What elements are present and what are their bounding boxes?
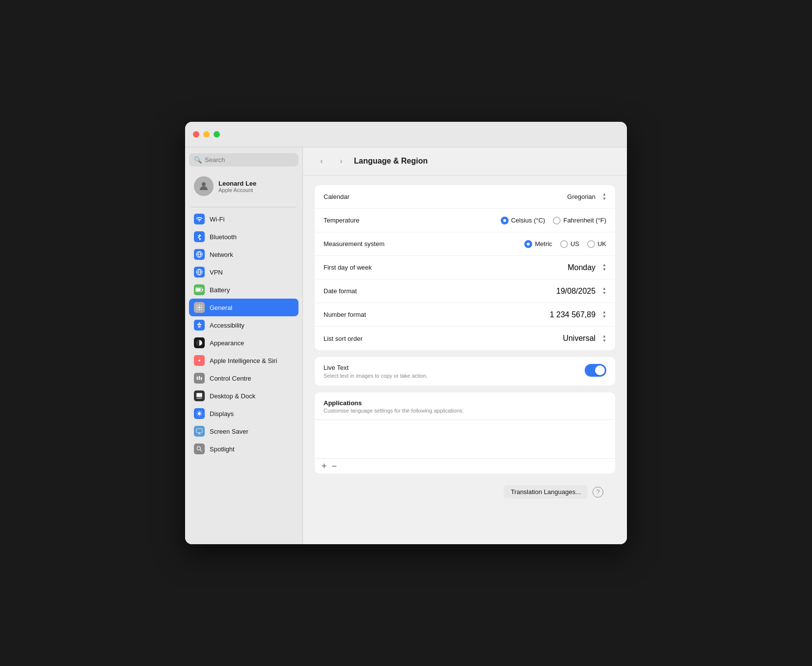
sidebar-item-wifi[interactable]: Wi-Fi [189, 210, 298, 228]
divider [191, 207, 297, 207]
measurement-uk-option[interactable]: UK [587, 240, 606, 248]
sidebar-item-spotlight[interactable]: Spotlight [189, 440, 298, 458]
dateformat-control[interactable]: 19/08/2025 ▲ ▼ [556, 287, 606, 296]
sidebar-item-displays[interactable]: Displays [189, 405, 298, 422]
sidebar-label-appearance: Appearance [210, 339, 244, 347]
temperature-control: Celsius (°C) Fahrenheit (°F) [501, 217, 606, 224]
sortorder-stepper[interactable]: ▲ ▼ [602, 334, 606, 343]
sidebar-label-dock: Desktop & Dock [210, 392, 255, 400]
sidebar-item-vpn[interactable]: VPN [189, 263, 298, 281]
temp-fahrenheit-option[interactable]: Fahrenheit (°F) [553, 217, 606, 224]
sortorder-value: Universal [563, 334, 595, 343]
forward-button[interactable]: › [334, 154, 348, 168]
remove-app-button[interactable]: − [332, 462, 337, 471]
sidebar-item-general[interactable]: General [189, 299, 298, 316]
temperature-label: Temperature [324, 217, 501, 224]
setting-row-sortorder: List sort order Universal ▲ ▼ [315, 327, 615, 350]
measurement-us-option[interactable]: US [560, 240, 579, 248]
page-title: Language & Region [354, 157, 428, 166]
svg-point-8 [199, 322, 200, 323]
search-input[interactable] [205, 156, 294, 164]
applications-card: Applications Customise language settings… [315, 392, 615, 473]
temp-celsius-option[interactable]: Celsius (°C) [501, 217, 545, 224]
measurement-uk-radio[interactable] [587, 240, 595, 248]
numberformat-label: Number format [324, 311, 550, 318]
displays-icon [194, 408, 205, 419]
temp-celsius-radio[interactable] [501, 217, 509, 224]
search-bar[interactable]: 🔍 [189, 153, 298, 166]
calendar-label: Calendar [324, 193, 567, 200]
sidebar-item-accessibility[interactable]: Accessibility [189, 316, 298, 334]
maximize-button[interactable] [214, 131, 220, 138]
live-text-info: Live Text Select text in images to copy … [324, 364, 428, 379]
main-header: ‹ › Language & Region [303, 147, 627, 175]
svg-rect-15 [196, 398, 202, 399]
calendar-stepper[interactable]: ▲ ▼ [602, 193, 606, 201]
sortorder-control[interactable]: Universal ▲ ▼ [563, 334, 606, 343]
sidebar-item-control[interactable]: Control Centre [189, 369, 298, 387]
help-button[interactable]: ? [593, 487, 603, 498]
system-preferences-window: 🔍 Leonard Lee Apple Account [185, 122, 627, 544]
back-button[interactable]: ‹ [315, 154, 328, 168]
live-text-title: Live Text [324, 364, 428, 371]
dateformat-label: Date format [324, 287, 556, 295]
user-name: Leonard Lee [218, 180, 256, 187]
user-subtitle: Apple Account [218, 187, 256, 193]
sidebar-label-general: General [210, 304, 232, 311]
setting-row-measurement: Measurement system Metric US [315, 232, 615, 256]
svg-rect-12 [199, 376, 200, 380]
siri-icon [194, 355, 205, 366]
svg-rect-11 [197, 377, 198, 380]
translation-languages-button[interactable]: Translation Languages... [504, 485, 588, 499]
measurement-us-radio[interactable] [560, 240, 568, 248]
spotlight-icon [194, 444, 205, 454]
live-text-toggle[interactable] [585, 364, 606, 377]
dock-icon [194, 390, 205, 401]
sortorder-label: List sort order [324, 335, 563, 342]
apps-header: Applications Customise language settings… [315, 392, 615, 416]
svg-point-7 [198, 306, 200, 308]
dateformat-stepper[interactable]: ▲ ▼ [602, 287, 606, 295]
sidebar-item-appearance[interactable]: Appearance [189, 334, 298, 352]
calendar-control[interactable]: Gregorian ▲ ▼ [567, 193, 606, 201]
firstday-control[interactable]: Monday ▲ ▼ [568, 263, 606, 272]
sidebar-label-spotlight: Spotlight [210, 445, 235, 453]
sidebar-item-dock[interactable]: Desktop & Dock [189, 387, 298, 405]
temp-fahrenheit-radio[interactable] [553, 217, 561, 224]
numberformat-stepper[interactable]: ▲ ▼ [602, 310, 606, 319]
sidebar-item-battery[interactable]: Battery [189, 281, 298, 299]
measurement-control: Metric US UK [524, 240, 606, 248]
titlebar [185, 122, 627, 147]
add-app-button[interactable]: + [322, 462, 327, 471]
search-icon: 🔍 [194, 156, 202, 164]
firstday-stepper[interactable]: ▲ ▼ [602, 263, 606, 272]
measurement-label: Measurement system [324, 240, 524, 248]
live-text-card: Live Text Select text in images to copy … [315, 357, 615, 386]
svg-point-16 [198, 412, 201, 415]
svg-rect-5 [202, 289, 203, 290]
setting-row-firstday: First day of week Monday ▲ ▼ [315, 256, 615, 279]
sidebar-label-vpn: VPN [210, 269, 223, 276]
sidebar-item-screensaver[interactable]: Screen Saver [189, 422, 298, 440]
dateformat-value: 19/08/2025 [556, 287, 595, 296]
sidebar-label-bluetooth: Bluetooth [210, 233, 237, 241]
svg-rect-13 [201, 377, 202, 380]
main-content: 🔍 Leonard Lee Apple Account [185, 147, 627, 544]
svg-rect-17 [196, 429, 202, 433]
measurement-metric-option[interactable]: Metric [524, 240, 552, 248]
sidebar-item-bluetooth[interactable]: Bluetooth [189, 228, 298, 246]
vpn-icon [194, 267, 205, 278]
bluetooth-icon [194, 231, 205, 242]
measurement-metric-radio[interactable] [524, 240, 532, 248]
close-button[interactable] [193, 131, 199, 138]
setting-row-dateformat: Date format 19/08/2025 ▲ ▼ [315, 279, 615, 303]
setting-row-numberformat: Number format 1 234 567,89 ▲ ▼ [315, 303, 615, 327]
control-icon [194, 373, 205, 384]
minimize-button[interactable] [203, 131, 210, 138]
user-profile[interactable]: Leonard Lee Apple Account [189, 172, 298, 200]
sidebar-item-siri[interactable]: Apple Intelligence & Siri [189, 352, 298, 369]
bottom-bar: Translation Languages... ? [315, 480, 615, 508]
sidebar-item-network[interactable]: Network [189, 246, 298, 263]
numberformat-control[interactable]: 1 234 567,89 ▲ ▼ [550, 310, 606, 319]
apps-list [315, 419, 615, 459]
